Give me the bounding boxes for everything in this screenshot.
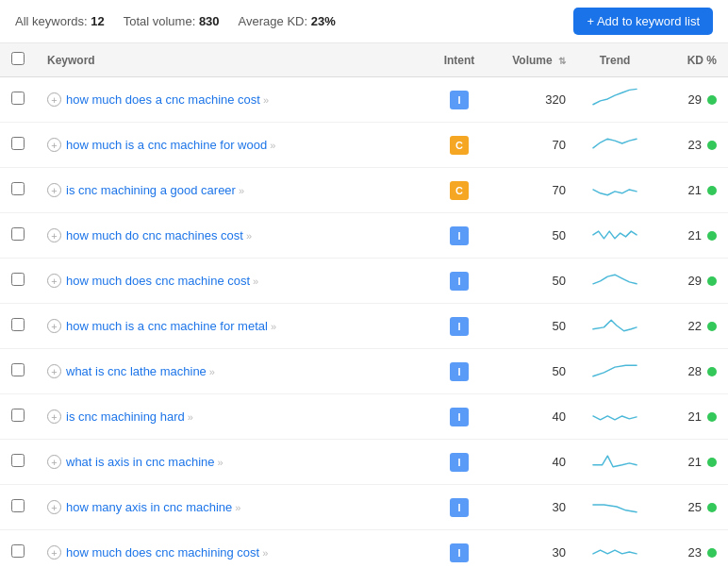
add-to-keyword-list-button[interactable]: + Add to keyword list — [573, 8, 713, 35]
chevron-icon: » — [209, 366, 215, 377]
kd-value: 29 — [688, 274, 702, 288]
volume-cell: 50 — [492, 304, 577, 349]
keyword-cell: + is cnc machining hard » — [47, 409, 415, 424]
kd-dot — [707, 322, 717, 331]
volume-cell: 70 — [492, 168, 577, 213]
select-all-checkbox[interactable] — [11, 52, 25, 65]
chevron-icon: » — [263, 94, 269, 106]
keyword-link[interactable]: how much does a cnc machine cost — [66, 92, 260, 107]
table-row: + is cnc machining a good career » C70 2… — [0, 168, 728, 213]
intent-column-header: Intent — [426, 43, 492, 77]
keyword-link[interactable]: is cnc machining hard — [66, 409, 185, 424]
trend-sparkline — [591, 131, 638, 156]
keyword-cell: + what is axis in cnc machine » — [47, 455, 415, 469]
keyword-link[interactable]: what is axis in cnc machine — [66, 455, 215, 469]
intent-badge: I — [450, 543, 469, 562]
intent-badge: I — [450, 272, 469, 291]
chevron-icon: » — [218, 457, 223, 468]
chevron-icon: » — [262, 547, 268, 559]
intent-badge: I — [450, 453, 469, 472]
keyword-link[interactable]: what is cnc lathe machine — [66, 364, 207, 378]
keyword-link[interactable]: how many axis in cnc machine — [66, 500, 232, 514]
row-checkbox-4[interactable] — [11, 273, 25, 286]
keyword-cell: + how much is a cnc machine for wood » — [47, 138, 415, 152]
table-row: + how much does a cnc machine cost » I32… — [0, 77, 728, 123]
kd-dot — [707, 186, 717, 195]
chevron-icon: » — [270, 140, 275, 151]
row-checkbox-3[interactable] — [11, 227, 25, 241]
intent-badge: C — [450, 181, 469, 200]
keyword-cell: + is cnc machining a good career » — [47, 183, 415, 197]
keyword-link[interactable]: how much is a cnc machine for metal — [66, 319, 268, 333]
row-checkbox-7[interactable] — [11, 409, 25, 422]
keyword-column-header: Keyword — [36, 43, 426, 77]
table-row: + how much does cnc machining cost » I30… — [0, 530, 728, 569]
row-checkbox-1[interactable] — [11, 137, 25, 150]
row-checkbox-0[interactable] — [11, 92, 25, 105]
keyword-cell: + how much do cnc machines cost » — [47, 228, 415, 242]
intent-badge: I — [450, 408, 469, 426]
intent-badge: I — [450, 498, 469, 517]
kd-dot — [707, 367, 717, 376]
kd-value: 21 — [688, 183, 702, 197]
plus-icon: + — [47, 500, 61, 514]
kd-cell: 22 — [664, 319, 717, 333]
keywords-count-label: All keywords: 12 — [15, 14, 105, 28]
volume-cell: 50 — [492, 213, 577, 259]
keyword-cell: + how much does a cnc machine cost » — [47, 92, 415, 107]
kd-value: 23 — [688, 138, 702, 152]
kd-value: 29 — [688, 92, 702, 107]
plus-icon: + — [47, 319, 61, 333]
kd-cell: 21 — [664, 455, 717, 469]
kd-cell: 21 — [664, 183, 717, 197]
plus-icon: + — [47, 364, 61, 378]
plus-icon: + — [47, 409, 61, 424]
kd-column-header: KD % — [653, 43, 728, 77]
intent-badge: I — [450, 317, 469, 336]
plus-icon: + — [47, 138, 61, 152]
table-row: + how much does cnc machine cost » I50 2… — [0, 259, 728, 304]
row-checkbox-5[interactable] — [11, 318, 25, 331]
volume-cell: 30 — [492, 485, 577, 530]
kd-cell: 23 — [664, 138, 717, 152]
kd-cell: 25 — [664, 500, 717, 514]
plus-icon: + — [47, 92, 61, 107]
keyword-link[interactable]: how much does cnc machine cost — [66, 274, 250, 288]
row-checkbox-10[interactable] — [11, 544, 25, 558]
kd-value: 21 — [688, 409, 702, 424]
row-checkbox-2[interactable] — [11, 182, 25, 195]
chevron-icon: » — [271, 321, 276, 332]
keyword-cell: + how much is a cnc machine for metal » — [47, 319, 415, 333]
kd-dot — [707, 548, 717, 558]
kd-dot — [707, 141, 717, 150]
row-checkbox-8[interactable] — [11, 454, 25, 467]
kd-dot — [707, 95, 717, 105]
row-checkbox-9[interactable] — [11, 499, 25, 512]
keyword-cell: + what is cnc lathe machine » — [47, 364, 415, 378]
trend-sparkline — [591, 358, 638, 382]
plus-icon: + — [47, 274, 61, 288]
kd-cell: 21 — [664, 228, 717, 242]
table-row: + how many axis in cnc machine » I30 25 — [0, 485, 728, 530]
avg-kd-label: Average KD: 23% — [239, 14, 336, 28]
kd-value: 21 — [688, 455, 702, 469]
intent-badge: C — [450, 136, 469, 155]
row-checkbox-6[interactable] — [11, 363, 25, 376]
trend-sparkline — [591, 222, 638, 246]
kd-dot — [707, 503, 717, 512]
kd-dot — [707, 458, 717, 467]
keyword-link[interactable]: how much do cnc machines cost — [66, 228, 243, 242]
keyword-link[interactable]: how much does cnc machining cost — [66, 545, 259, 560]
volume-column-header[interactable]: Volume ⇅ — [492, 43, 577, 77]
chevron-icon: » — [246, 230, 252, 242]
volume-cell: 40 — [492, 440, 577, 485]
trend-sparkline — [591, 86, 638, 110]
chevron-icon: » — [239, 185, 244, 196]
trend-column-header: Trend — [577, 43, 653, 77]
chevron-icon: » — [188, 411, 193, 423]
keyword-link[interactable]: is cnc machining a good career — [66, 183, 236, 197]
kd-value: 25 — [688, 500, 702, 514]
trend-sparkline — [591, 448, 638, 473]
kd-cell: 23 — [664, 545, 717, 560]
keyword-link[interactable]: how much is a cnc machine for wood — [66, 138, 267, 152]
